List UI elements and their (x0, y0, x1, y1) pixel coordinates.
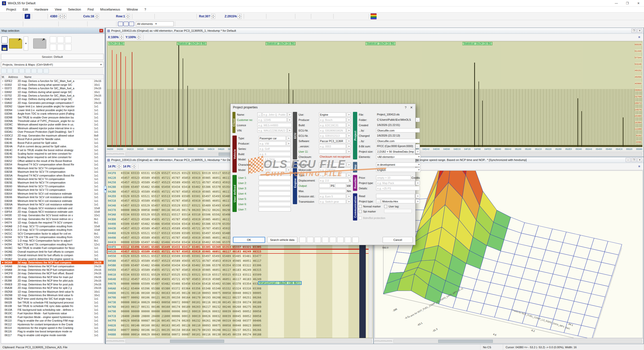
window-tool-icon[interactable] (178, 34, 184, 40)
view-mode-icon[interactable] (246, 13, 252, 19)
window-tool-icon[interactable] (184, 34, 190, 40)
menu-item[interactable]: View (52, 8, 65, 11)
toolbar-icon[interactable] (80, 21, 86, 27)
toolbar-icon[interactable] (73, 21, 79, 27)
map-section-label[interactable]: Statistical: 16x24 (16 Bit) (266, 42, 296, 45)
window-tool-icon[interactable] (153, 163, 159, 169)
window-tool-icon[interactable] (427, 163, 433, 169)
x-zoom-spinner[interactable]: X:100%▲▼ (108, 35, 124, 40)
map-panel-small-icon[interactable] (50, 36, 56, 43)
map-list-row[interactable]: ∗ 03372 2D map. Derives a function for S… (1, 86, 104, 90)
toolbar-icon[interactable] (183, 21, 189, 27)
toolbar-icon[interactable] (177, 21, 183, 27)
window-tool-icon[interactable] (454, 163, 460, 169)
bit-width-button[interactable] (288, 13, 294, 19)
window-tool-icon[interactable] (210, 34, 216, 40)
map-list-row[interactable]: 03E58 Maximum limit for SCV T4 compensat… (1, 170, 104, 173)
map-list-row[interactable]: 03DA1 Over Pressure Protection (Spill Di… (1, 130, 104, 134)
map-list-row[interactable]: 03E5C Minimum limit for NCV T4 compensat… (1, 177, 104, 181)
window-layout-icon[interactable] (176, 13, 182, 19)
nav-icon[interactable] (51, 21, 57, 27)
history-arrow-button[interactable]: > (347, 112, 351, 117)
hexdump-row[interactable]: 04528 45457 45523 45589 45655 45721 4578… (107, 249, 372, 254)
open-project-icon[interactable] (9, 38, 22, 49)
window-tool-icon[interactable] (140, 163, 146, 169)
map-filter-button[interactable] (37, 68, 43, 73)
history-arrow-button[interactable]: > (347, 199, 351, 204)
text-field[interactable]: e.g. WES-H4900 (257, 123, 292, 127)
map-list-row[interactable]: ∗ 043A8 2d map. Determines the NCP fuel … (1, 261, 104, 264)
history-arrow-button[interactable]: > (288, 118, 292, 122)
byte-order-button[interactable] (303, 13, 309, 19)
dropdown-field[interactable]: in development (376, 162, 421, 167)
map-list-row[interactable]: 06114 Hysteresis for the engine speed in… (1, 326, 104, 330)
value-op-button[interactable] (342, 13, 348, 19)
text-field[interactable] (319, 149, 346, 154)
dialog-icon-button[interactable] (330, 237, 336, 243)
map-list-row[interactable]: ∗ 042B0 Overall minimum limit for fuel o… (1, 253, 104, 257)
map-list-row[interactable]: 03D9A Threshold value of TVPC_Pressure_a… (1, 119, 104, 123)
hexdump-row[interactable]: 045B8 65509 65497 65482 65466 65450 6543… (107, 263, 372, 268)
map-list-row[interactable]: 03E66 Maximum limit for SCV coil resista… (1, 195, 104, 199)
map-list-row[interactable]: ∗ 040C6 2-D map. SCV T3 compensation res… (1, 228, 104, 232)
window-tool-icon[interactable] (158, 34, 164, 40)
map-selection-header[interactable]: Map selection ✕ (0, 28, 105, 34)
text-field[interactable]: e.g. John Q. Public (262, 112, 287, 117)
map-list-row[interactable]: ∗ 04CF8 2d map. Determines the NCP fuel … (1, 272, 104, 275)
session-selector[interactable]: Session: Default (1, 54, 104, 60)
hexdump-row[interactable]: 04618 65534 65533 65531 65529 65527 6552… (107, 272, 372, 277)
map-list-row[interactable]: ∗ 05D98 1D map. Determines the Minimum l… (1, 293, 104, 297)
hexdump-row[interactable]: 046D8 00131 00146 00160 00162 00163 0014… (107, 291, 372, 295)
text-field[interactable]: e.g. Map Pack (376, 181, 415, 185)
text-field[interactable]: e.g. Euro 5 (319, 194, 346, 198)
text-field[interactable] (376, 194, 415, 198)
close-icon[interactable]: ✕ (99, 29, 103, 32)
text-field[interactable]: e.g. 6 (259, 152, 291, 156)
value-format-button[interactable] (313, 13, 319, 19)
text-field[interactable]: e.g. 12345 (257, 118, 287, 122)
map-section-label[interactable]: Statistical: 16x24 (16 Bit) (462, 42, 492, 45)
elements-filter-dropdown[interactable]: All elements▼ (136, 21, 174, 26)
map-list-row[interactable]: 03D98 Set TRUE to enable Over pressure d… (1, 115, 104, 119)
history-arrow-button[interactable]: > (347, 162, 351, 167)
dialog-icon-button[interactable] (345, 237, 351, 243)
history-arrow-button[interactable]: > (347, 134, 351, 138)
map-list-row[interactable]: ∗ 05398 2D map. Determines the NCP time … (1, 279, 104, 282)
menu-item[interactable]: Find (84, 8, 97, 11)
dialog-icon-button[interactable] (307, 237, 313, 243)
text-field[interactable]: e.g. EDC16C31 (319, 123, 346, 127)
map-list-row[interactable]: 06108 Set TRUE to schedule FIE sync data… (1, 304, 104, 308)
window-tool-icon[interactable] (440, 163, 447, 169)
map-list-row[interactable]: 03E5A Required T4 NCV compensation when … (1, 173, 104, 177)
text-field[interactable]: e.g. +25 PS (376, 186, 420, 190)
hexdump-row[interactable]: 046A8 65412 65404 65396 65388 65380 6537… (107, 286, 372, 291)
dialog-icon-button[interactable] (337, 237, 344, 243)
save-project-icon[interactable] (2, 45, 8, 51)
map-list-row[interactable]: ∗ 04244 SCV T3b and T3c compensation res… (1, 235, 104, 239)
text-field[interactable]: e.g. Bosch (319, 118, 346, 122)
toolbar-icon[interactable] (67, 21, 73, 27)
text-field[interactable] (319, 184, 330, 188)
history-arrow-button[interactable]: > (287, 136, 291, 140)
text-field[interactable]: empty = 10 (376, 176, 411, 180)
hexdump-row[interactable]: 04888 00000 00014 00029 00043 00058 0007… (107, 332, 372, 337)
text-field[interactable]: C:\Users\Public\Evc\WinOLS (376, 118, 415, 122)
view-tab[interactable] (374, 340, 380, 342)
map-panel-small-icon[interactable] (57, 44, 64, 51)
text-field[interactable]: e.g. 0281012113 (319, 134, 346, 138)
window-tool-icon[interactable] (447, 163, 453, 169)
map-list-row[interactable]: 03E54 Required T4 SCV compensation when … (1, 163, 104, 166)
nav-icon[interactable] (38, 21, 44, 27)
map-list-row[interactable]: ∗ 02FE2 2D map. Derives a function for S… (1, 79, 104, 83)
map-list-row[interactable]: 03E4E Scaling factor required to set tim… (1, 152, 104, 155)
bit-width-button[interactable] (274, 13, 280, 19)
map-list-row[interactable]: 042AC Set TRUE to enable Fuel compensati… (1, 246, 104, 250)
nav-icon[interactable] (44, 21, 50, 27)
map-section-label[interactable]: Statistical: 16x24 (16 Bit) (177, 42, 207, 45)
noread-marker-checkbox[interactable]: Noread marker (359, 204, 381, 209)
view-tab[interactable] (386, 340, 392, 342)
text-field[interactable]: e.g. 0003 (319, 144, 346, 148)
toolbar-icon[interactable] (60, 21, 66, 27)
window-tool-icon[interactable] (165, 34, 171, 40)
map-list-header[interactable]: M. Address Name (1, 75, 104, 79)
